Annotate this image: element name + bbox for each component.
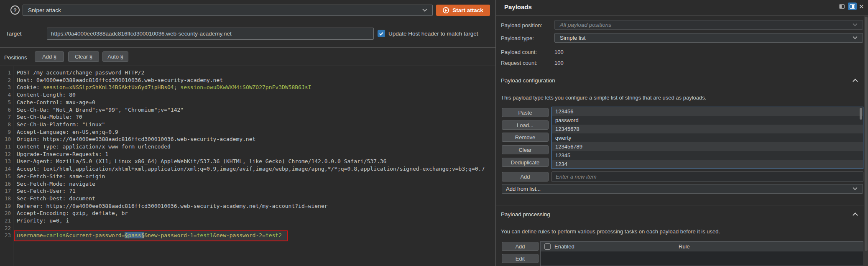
target-url-input[interactable]: https://0a4000ee0388aadc816ffcd300010036… xyxy=(47,28,374,40)
target-url-value: https://0a4000ee0388aadc816ffcd300010036… xyxy=(47,31,232,37)
request-line[interactable]: 8Sec-Ch-Ua-Platform: "Linux" xyxy=(0,121,495,128)
payload-processing-description: You can define rules to perform various … xyxy=(501,228,720,235)
line-number: 19 xyxy=(0,203,11,209)
update-host-checkbox[interactable] xyxy=(378,30,385,37)
line-number: 11 xyxy=(0,143,11,150)
rule-column-header: Rule xyxy=(679,243,690,250)
request-line[interactable]: 13User-Agent: Mozilla/5.0 (X11; Linux x8… xyxy=(0,158,495,165)
line-number: 12 xyxy=(0,151,11,157)
payload-list-item[interactable]: 1234 xyxy=(552,160,863,169)
payload-list[interactable]: 123456password12345678qwerty123456789123… xyxy=(551,107,863,169)
payload-position-value: All payload positions xyxy=(555,22,853,28)
line-number: 1 xyxy=(0,69,11,76)
dock-left-icon[interactable] xyxy=(837,3,846,10)
payload-list-item[interactable]: 123456789 xyxy=(552,142,863,151)
payload-position-label: Payload position: xyxy=(501,22,542,28)
attack-type-select[interactable]: Sniper attack xyxy=(23,5,433,16)
request-line[interactable]: 7Sec-Ch-Ua-Mobile: ?0 xyxy=(0,113,495,121)
payload-type-select[interactable]: Simple list xyxy=(554,33,863,43)
paste-button[interactable]: Paste xyxy=(502,108,549,117)
add-from-list-select[interactable]: Add from list... xyxy=(502,184,863,194)
new-item-input[interactable] xyxy=(551,171,863,182)
chevron-down-icon xyxy=(853,185,857,190)
payload-list-item[interactable]: qwerty xyxy=(552,133,863,142)
request-line[interactable]: 9Accept-Language: en-US,en;q=0.9 xyxy=(0,128,495,136)
list-scrollbar-thumb[interactable] xyxy=(860,108,862,120)
payload-type-value: Simple list xyxy=(555,35,853,41)
line-number: 17 xyxy=(0,188,11,194)
request-line[interactable]: 11Content-Type: application/x-www-form-u… xyxy=(0,143,495,151)
request-line[interactable]: 16Sec-Fetch-Mode: navigate xyxy=(0,180,495,188)
request-line[interactable]: 2Host: 0a4000ee0388aadc816ffcd300010036.… xyxy=(0,77,495,84)
line-number: 9 xyxy=(0,129,11,135)
deduplicate-button[interactable]: Deduplicate xyxy=(502,158,549,167)
payload-list-item[interactable]: password xyxy=(552,116,863,125)
help-icon[interactable]: ? xyxy=(10,5,20,15)
line-number: 22 xyxy=(0,225,11,231)
enabled-column-header: Enabled xyxy=(554,243,574,250)
payload-list-item[interactable]: 12345 xyxy=(552,151,863,160)
processing-edit-button[interactable]: Edit xyxy=(502,254,539,263)
line-number: 2 xyxy=(0,77,11,83)
add-section-button[interactable]: Add § xyxy=(35,51,64,62)
processing-add-button[interactable]: Add xyxy=(502,242,539,251)
request-line[interactable]: 18Sec-Fetch-Dest: document xyxy=(0,195,495,202)
request-count-label: Request count: xyxy=(501,60,537,66)
line-number: 6 xyxy=(0,107,11,113)
dock-right-icon[interactable] xyxy=(848,3,857,10)
start-attack-button[interactable]: Start attack xyxy=(436,5,490,16)
request-line[interactable]: 21Priority: u=0, i xyxy=(0,217,495,225)
clear-button[interactable]: Clear xyxy=(502,145,549,154)
payload-configuration-description: This payload type lets you configure a s… xyxy=(501,95,706,101)
payload-list-item[interactable]: 12345678 xyxy=(552,125,863,133)
request-line[interactable]: 23username=carlos&current-password=§pass… xyxy=(0,232,495,239)
panel-scrollbar-thumb[interactable] xyxy=(865,17,868,251)
line-number: 18 xyxy=(0,195,11,202)
chevron-down-icon xyxy=(422,7,427,11)
line-number: 7 xyxy=(0,114,11,120)
payloads-panel-title: Payloads xyxy=(504,3,532,10)
collapse-icon[interactable] xyxy=(853,79,858,84)
attack-type-value: Sniper attack xyxy=(23,7,423,13)
request-line[interactable]: 1POST /my-account/change-password HTTP/2 xyxy=(0,69,495,77)
line-number: 3 xyxy=(0,84,11,90)
payload-processing-title: Payload processing xyxy=(501,211,550,217)
request-line[interactable]: 3Cookie: session=xNSSlpzShKnL34BSAktUx6y… xyxy=(0,84,495,91)
processing-rules-table: Enabled Rule xyxy=(540,241,863,266)
request-line[interactable]: 4Content-Length: 80 xyxy=(0,91,495,99)
payload-list-item[interactable]: 123456 xyxy=(552,107,863,116)
request-line[interactable]: 19Referer: https://0a4000ee0388aadc816ff… xyxy=(0,202,495,210)
update-host-label: Update Host header to match target xyxy=(388,31,478,37)
add-item-button[interactable]: Add xyxy=(502,172,549,182)
start-attack-label: Start attack xyxy=(452,7,483,13)
line-number: 5 xyxy=(0,99,11,105)
request-line[interactable]: 10Origin: https://0a4000ee0388aadc816ffc… xyxy=(0,136,495,143)
request-line[interactable]: 15Sec-Fetch-Site: same-origin xyxy=(0,173,495,180)
line-number: 13 xyxy=(0,158,11,164)
remove-button[interactable]: Remove xyxy=(502,133,549,142)
chevron-down-icon xyxy=(853,34,857,39)
check-icon xyxy=(379,31,383,35)
request-line[interactable]: 22 xyxy=(0,225,495,232)
request-line[interactable]: 12Upgrade-Insecure-Requests: 1 xyxy=(0,151,495,158)
request-line[interactable]: 14Accept: text/html,application/xhtml+xm… xyxy=(0,165,495,173)
request-line[interactable]: 17Sec-Fetch-User: ?1 xyxy=(0,187,495,195)
play-icon xyxy=(443,7,449,13)
line-number: 14 xyxy=(0,166,11,172)
line-number: 10 xyxy=(0,136,11,142)
collapse-icon[interactable] xyxy=(853,212,858,218)
close-icon[interactable]: ✕ xyxy=(859,3,864,10)
payload-position-select: All payload positions xyxy=(554,20,863,30)
enabled-checkbox[interactable] xyxy=(544,243,551,250)
clear-section-button[interactable]: Clear § xyxy=(68,51,99,62)
line-number: 8 xyxy=(0,121,11,128)
request-line[interactable]: 6Sec-Ch-Ua: "Not_A Brand";v="99", "Chrom… xyxy=(0,106,495,114)
request-line[interactable]: 20Accept-Encoding: gzip, deflate, br xyxy=(0,210,495,217)
payload-type-label: Payload type: xyxy=(501,35,534,41)
load-button[interactable]: Load... xyxy=(502,120,549,130)
request-editor[interactable]: 1POST /my-account/change-password HTTP/2… xyxy=(0,66,495,266)
line-number: 16 xyxy=(0,181,11,187)
auto-section-button[interactable]: Auto § xyxy=(102,51,128,62)
payload-count-label: Payload count: xyxy=(501,49,537,55)
request-line[interactable]: 5Cache-Control: max-age=0 xyxy=(0,99,495,106)
